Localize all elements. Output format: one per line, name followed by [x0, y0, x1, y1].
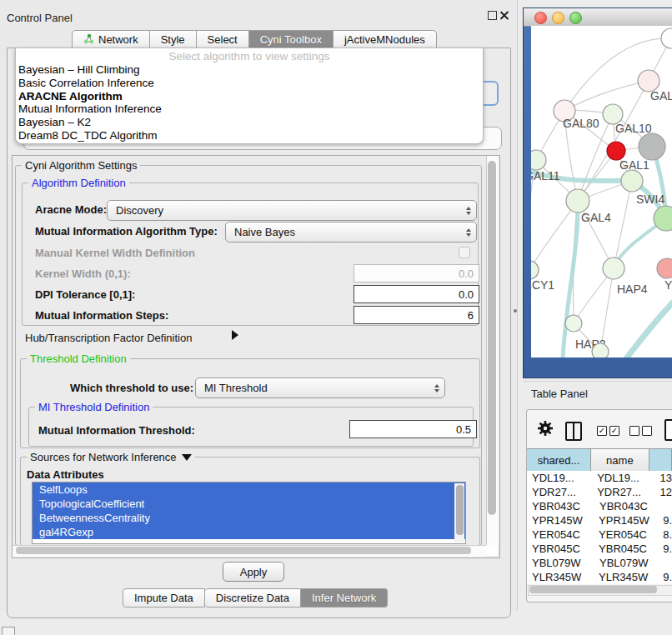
attribute-item-topologicalcoefficient[interactable]: TopologicalCoefficient	[33, 497, 465, 511]
node-label: SWI4	[636, 192, 664, 206]
list-scrollbar[interactable]	[454, 483, 464, 542]
column-header-shared-[interactable]: shared...	[527, 449, 591, 471]
node-label: GAL10	[615, 122, 652, 135]
algorithm-placeholder: Select algorithm to view settings	[16, 48, 483, 63]
algorithm-option-dream8-dc-tdc-algorithm[interactable]: Dream8 DC_TDC Algorithm	[16, 129, 483, 142]
column-header-2[interactable]	[649, 449, 672, 471]
network-node[interactable]	[592, 343, 609, 358]
attribute-item-betweennesscentrality[interactable]: BetweennessCentrality	[33, 511, 465, 525]
document-icon[interactable]	[664, 419, 672, 441]
network-edge[interactable]	[531, 201, 578, 270]
column-header-name[interactable]: name	[591, 449, 649, 471]
tab-style[interactable]: Style	[150, 30, 197, 49]
tab-jactivemnodules[interactable]: jActiveMNodules	[333, 30, 437, 49]
network-node-y[interactable]	[657, 258, 672, 278]
table-row[interactable]: YLR345WYLR345W9.	[527, 570, 672, 584]
horizontal-scrollbar-thumb[interactable]	[16, 547, 471, 554]
manual-kernel-checkbox[interactable]	[459, 247, 470, 258]
bottom-tab-infer-network[interactable]: Infer Network	[301, 588, 388, 608]
expand-arrow-icon[interactable]	[232, 330, 238, 340]
table-horizontal-scrollbar-thumb[interactable]	[529, 586, 657, 593]
network-edge-highlighted[interactable]	[627, 301, 672, 358]
restore-panel-icon[interactable]	[2, 627, 15, 635]
gear-icon[interactable]	[537, 420, 554, 439]
network-node-gal4[interactable]	[566, 189, 589, 212]
hub-definition-label[interactable]: Hub/Transcription Factor Definition	[25, 332, 192, 344]
zoom-traffic-light-icon[interactable]	[569, 12, 582, 24]
tab-cyni-toolbox[interactable]: Cyni Toolbox	[249, 30, 333, 49]
aracne-mode-select[interactable]: Discovery	[107, 200, 477, 221]
checked-checkbox-icon[interactable]: ✓	[609, 426, 619, 436]
bottom-tab-impute-data[interactable]: Impute Data	[123, 588, 205, 608]
bottom-tab-label: Infer Network	[312, 592, 376, 604]
tab-select[interactable]: Select	[197, 30, 249, 49]
network-node[interactable]	[661, 28, 672, 48]
float-window-icon[interactable]	[488, 11, 497, 20]
node-label: GAL	[650, 89, 672, 102]
table-cell	[662, 556, 664, 570]
data-attributes-list[interactable]: SelfLoopsTopologicalCoefficientBetweenne…	[32, 482, 466, 544]
algorithm-definition-title: Algorithm Definition	[28, 177, 129, 189]
unchecked-checkbox-icon[interactable]	[642, 426, 652, 436]
table-row[interactable]: YER054CYER054C8.	[527, 528, 672, 542]
network-node-hap4[interactable]	[603, 258, 624, 279]
dpi-tolerance-field[interactable]: 0.0	[354, 285, 479, 303]
table-row[interactable]: YDL19...YDL19...13	[527, 471, 672, 485]
split-pane-icon[interactable]	[565, 422, 582, 441]
table-cell: YLR345W	[527, 570, 597, 584]
network-node-swi4[interactable]	[621, 170, 643, 192]
mi-steps-field[interactable]: 6	[354, 306, 479, 324]
list-scrollbar-thumb[interactable]	[456, 485, 464, 535]
checked-checkbox-icon[interactable]: ✓	[597, 426, 607, 436]
node-label: GAL1	[619, 158, 649, 172]
algorithm-option-mutual-information-inference[interactable]: Mutual Information Inference	[16, 102, 483, 116]
table-header-row: shared...name	[527, 448, 672, 472]
close-icon[interactable]	[499, 10, 509, 20]
dpi-tolerance-label: DPI Tolerance [0,1]:	[35, 288, 135, 301]
which-threshold-value: MI Threshold	[196, 382, 429, 394]
table-cell: YDR27...	[595, 485, 657, 499]
close-traffic-light-icon[interactable]	[534, 12, 547, 24]
table-row[interactable]: YPR145WYPR145W9.	[527, 513, 672, 528]
mi-type-value: Naive Bayes	[226, 226, 461, 238]
mi-threshold-field[interactable]: 0.5	[349, 420, 477, 438]
table-cell: YDL19...	[527, 471, 595, 485]
attribute-item-gal4rgexp[interactable]: gal4RGexp	[33, 525, 465, 539]
table-row[interactable]: YBR043CYBR043C	[527, 499, 672, 513]
threshold-definition-title: Threshold Definition	[27, 352, 130, 365]
data-attributes-label: Data Attributes	[27, 468, 104, 481]
panel-divider-handle[interactable]	[514, 309, 517, 312]
algorithm-option-basic-correlation-inference[interactable]: Basic Correlation Inference	[16, 77, 483, 90]
sources-group-title[interactable]: Sources for Network Inference	[27, 451, 195, 463]
kernel-width-field[interactable]: 0.0	[354, 264, 479, 282]
network-node-gcy1[interactable]	[531, 261, 539, 279]
attribute-item-selfloops[interactable]: SelfLoops	[33, 482, 465, 497]
spinner-icon	[461, 228, 476, 237]
apply-button[interactable]: Apply	[223, 562, 284, 582]
which-threshold-select[interactable]: MI Threshold	[195, 378, 445, 398]
algorithm-option-bayesian-k2[interactable]: Bayesian – K2	[16, 116, 483, 129]
bottom-tab-label: Discretize Data	[216, 592, 289, 604]
node-label: GAL11	[531, 169, 560, 182]
network-node[interactable]	[639, 133, 665, 160]
network-node-gal1[interactable]	[607, 142, 625, 160]
network-node-hap2[interactable]	[565, 315, 582, 332]
screenshot-root: Control Panel NetworkStyleSelectCyni Too…	[0, 0, 672, 635]
table-row[interactable]: YBR045CYBR045C9.	[527, 542, 672, 556]
table-cell: YBR045C	[597, 542, 660, 556]
unchecked-checkbox-icon[interactable]	[629, 426, 639, 436]
mi-type-select[interactable]: Naive Bayes	[225, 222, 477, 242]
network-node-gal11[interactable]	[531, 150, 546, 170]
network-edge-highlighted[interactable]	[563, 201, 578, 358]
minimize-traffic-light-icon[interactable]	[552, 12, 564, 24]
table-row[interactable]: YDR27...YDR27...12	[527, 485, 672, 499]
tab-network[interactable]: Network	[72, 30, 150, 49]
vertical-scrollbar-thumb[interactable]	[488, 161, 496, 515]
algorithm-option-aracne-algorithm[interactable]: ARACNE Algorithm	[16, 90, 483, 103]
scrollbar-corner	[486, 545, 498, 556]
table-row[interactable]: YBL079WYBL079W	[527, 556, 672, 570]
algorithm-option-bayesian-hill-climbing[interactable]: Bayesian – Hill Climbing	[16, 63, 483, 77]
network-canvas[interactable]: GALGAL80GAL10GAL1GAL11SWI4GAL4GCY1HAP4YH…	[531, 26, 672, 358]
bottom-tab-discretize-data[interactable]: Discretize Data	[205, 588, 301, 608]
table-cell: 9.	[660, 513, 672, 528]
